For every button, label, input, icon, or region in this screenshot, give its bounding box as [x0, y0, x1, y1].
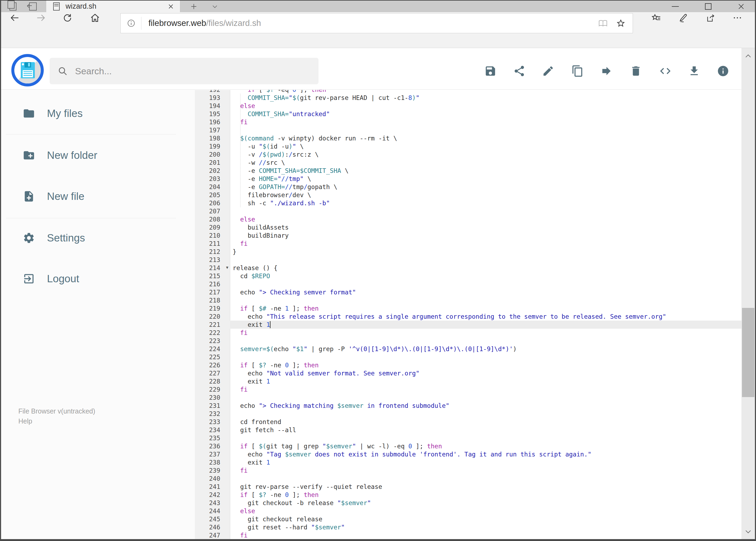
favorites-hub-button[interactable] [650, 12, 663, 24]
code-line[interactable]: 235 [195, 434, 741, 442]
code-line[interactable]: 199 -u "$(id -u)" \ [195, 142, 741, 151]
more-options-button[interactable] [731, 12, 744, 24]
minimize-button[interactable] [664, 1, 686, 12]
code-line[interactable]: 240 [195, 475, 741, 483]
home-button[interactable] [89, 12, 101, 24]
code-line[interactable]: 216 [195, 280, 741, 288]
code-line[interactable]: 222 fi [195, 329, 741, 337]
code-line[interactable]: 210 buildBinary [195, 232, 741, 240]
code-line[interactable]: 223 [195, 337, 741, 345]
code-line[interactable]: 212} [195, 248, 741, 256]
scroll-up-button[interactable] [741, 49, 755, 63]
code-line[interactable]: 227 echo "Not valid semver format. See s… [195, 369, 741, 377]
rename-button[interactable] [541, 64, 555, 78]
code-line[interactable]: 228 exit 1 [195, 377, 741, 385]
code-line[interactable]: 217 echo "> Checking semver format" [195, 288, 741, 296]
code-line[interactable]: 207 [195, 207, 741, 215]
tab-list-button[interactable] [208, 2, 221, 11]
code-line[interactable]: 201 -w //src \ [195, 159, 741, 167]
delete-button[interactable] [629, 64, 643, 78]
code-line[interactable]: 242 if [ $? -ne 0 ]; then [195, 491, 741, 499]
vertical-scrollbar[interactable] [741, 48, 755, 539]
download-button[interactable] [687, 64, 701, 78]
code-line[interactable]: 208 else [195, 215, 741, 224]
code-line[interactable]: 226 if [ $? -ne 0 ]; then [195, 361, 741, 369]
code-line[interactable]: 230 [195, 393, 741, 402]
refresh-button[interactable] [62, 12, 74, 24]
code-line[interactable]: 193 COMMIT_SHA="$(git rev-parse HEAD | c… [195, 94, 741, 102]
code-line[interactable]: 192 if [ $? -eq 0 ]; then [195, 90, 741, 94]
code-line[interactable]: 224 semver=$(echo "$1" | grep -P '^v(0|[… [195, 345, 741, 353]
maximize-button[interactable] [697, 1, 719, 12]
code-line[interactable]: 220 echo "This release script requires a… [195, 312, 741, 320]
code-line[interactable]: 238 exit 1 [195, 458, 741, 466]
info-button[interactable] [716, 64, 730, 78]
code-line[interactable]: 245 git checkout release [195, 515, 741, 523]
code-line[interactable]: 200 -v /$(pwd):/src:z \ [195, 151, 741, 159]
code-line[interactable]: 247 fi [195, 531, 741, 539]
code-line[interactable]: 221 exit 1 [195, 320, 741, 329]
save-button[interactable] [483, 64, 497, 78]
favorite-star-icon[interactable] [616, 18, 626, 28]
code-line[interactable]: 234 git fetch --all [195, 426, 741, 434]
code-line[interactable]: 204 -e GOPATH=//tmp/gopath \ [195, 183, 741, 191]
sidebar-item-new-folder[interactable]: New folder [1, 142, 179, 169]
code-line[interactable]: 229 fi [195, 385, 741, 393]
url-bar[interactable]: filebrowser.web/files/wizard.sh [121, 13, 633, 33]
site-info-button[interactable] [126, 19, 136, 28]
search-box[interactable] [50, 58, 319, 84]
code-line[interactable]: 196 fi [195, 118, 741, 126]
code-line[interactable]: 233 cd frontend [195, 418, 741, 426]
code-line[interactable]: 232 [195, 410, 741, 418]
close-window-button[interactable] [730, 1, 752, 12]
fold-arrow-icon[interactable]: ▾ [226, 264, 228, 271]
code-line[interactable]: 239 fi [195, 466, 741, 475]
set-aside-tabs-button[interactable] [25, 1, 41, 12]
source-view-button[interactable] [658, 64, 672, 78]
sidebar-item-my-files[interactable]: My files [1, 100, 179, 127]
reading-view-icon[interactable] [598, 18, 608, 28]
code-line[interactable]: 195 COMMIT_SHA="untracked" [195, 110, 741, 118]
share-button[interactable] [512, 64, 526, 78]
code-line[interactable]: 197 [195, 126, 741, 134]
code-line[interactable]: 218 [195, 296, 741, 304]
share-button-browser[interactable] [704, 12, 717, 24]
annotate-button[interactable] [677, 12, 690, 24]
code-line[interactable]: 231 echo "> Checking matching $semver in… [195, 402, 741, 410]
code-line[interactable]: 243 git checkout -b release "$semver" [195, 499, 741, 507]
tab-preview-button[interactable] [5, 1, 21, 12]
code-line[interactable]: 206 sh -c "./wizard.sh -b" [195, 199, 741, 207]
code-line[interactable]: 246 git reset --hard "$semver" [195, 523, 741, 531]
scrollbar-thumb[interactable] [742, 308, 754, 397]
code-editor[interactable]: 192 if [ $? -eq 0 ]; then193 COMMIT_SHA=… [195, 90, 741, 539]
sidebar-item-settings[interactable]: Settings [1, 225, 179, 252]
scroll-down-button[interactable] [741, 525, 755, 538]
code-line[interactable]: 213 [195, 256, 741, 264]
code-line[interactable]: 198 $(command -v winpty) docker run --rm… [195, 134, 741, 142]
new-tab-button[interactable] [187, 2, 200, 11]
sidebar-item-new-file[interactable]: New file [1, 183, 179, 210]
copy-button[interactable] [571, 64, 585, 78]
forward-button[interactable] [35, 12, 47, 24]
code-line[interactable]: 203 -e HOME="//tmp" \ [195, 175, 741, 183]
code-line[interactable]: 236 if [ $(git tag | grep "$semver" | wc… [195, 442, 741, 450]
code-line[interactable]: 214▾release () { [195, 264, 741, 272]
search-input[interactable] [75, 66, 292, 77]
code-line[interactable]: 244 else [195, 507, 741, 515]
help-link[interactable]: Help [18, 416, 95, 426]
code-line[interactable]: 219 if [ $# -ne 1 ]; then [195, 304, 741, 312]
code-line[interactable]: 209 buildAssets [195, 224, 741, 232]
sidebar-item-logout[interactable]: Logout [1, 265, 179, 292]
code-line[interactable]: 194 else [195, 102, 741, 110]
file-browser-logo[interactable] [11, 54, 44, 86]
code-line[interactable]: 205 filebrowser/dev \ [195, 191, 741, 199]
code-line[interactable]: 225 [195, 353, 741, 361]
browser-tab-wizard-sh[interactable]: wizard.sh [46, 1, 180, 12]
back-button[interactable] [9, 12, 21, 24]
code-line[interactable]: 211 fi [195, 240, 741, 248]
tab-close-button[interactable] [166, 2, 175, 11]
code-line[interactable]: 241 git rev-parse --verify --quiet relea… [195, 483, 741, 491]
code-line[interactable]: 202 -e COMMIT_SHA=$COMMIT_SHA \ [195, 167, 741, 175]
code-line[interactable]: 237 echo "Tag $semver does not exist in … [195, 450, 741, 458]
move-button[interactable] [600, 64, 614, 78]
